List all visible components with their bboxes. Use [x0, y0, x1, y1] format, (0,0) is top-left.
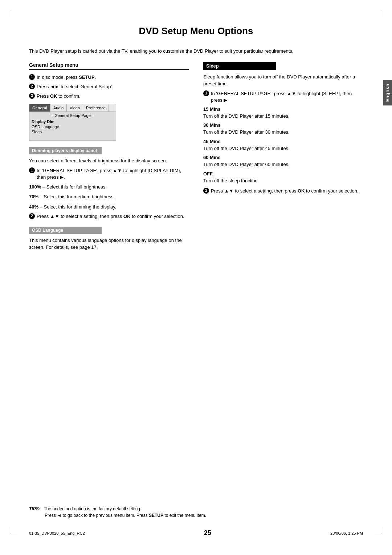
- intro-text: This DVD Player setup is carried out via…: [29, 48, 363, 55]
- sleep-step-2-text: Press ▲▼ to select a setting, then press…: [211, 188, 359, 194]
- corner-mark-tr: [375, 11, 381, 17]
- sleep-45-heading: 45 Mins: [203, 139, 363, 144]
- step-3: 3 Press OK to confirm.: [29, 93, 189, 100]
- tips-line2: Press ◄ to go back to the previous menu …: [29, 513, 206, 518]
- dimming-step-2: 2 Press ▲▼ to select a setting, then pre…: [29, 213, 189, 220]
- dimming-step-2-text: Press ▲▼ to select a setting, then press…: [37, 213, 184, 220]
- dimming-intro: You can select different levels of brigh…: [29, 157, 189, 165]
- sleep-45-desc: Turn off the DVD Player after 45 minutes…: [203, 145, 363, 152]
- sleep-30-heading: 30 Mins: [203, 122, 363, 128]
- sleep-15-heading: 15 Mins: [203, 106, 363, 112]
- dimming-step-1-text: In 'GENERAL SETUP PAGE', press ▲▼ to hig…: [37, 167, 189, 181]
- sleep-step-2-num: 2: [203, 188, 209, 194]
- tips-line1: The underlined option is the factory def…: [41, 506, 141, 511]
- dimming-70: 70% – Select this for medium brightness.: [29, 193, 189, 200]
- corner-mark-bl: [11, 527, 17, 533]
- sleep-step-1-num: 1: [203, 90, 209, 96]
- step-3-text: Press OK to confirm.: [37, 93, 81, 100]
- step-2-num: 2: [29, 84, 35, 89]
- step-2: 2 Press ◄► to select 'General Setup'.: [29, 84, 189, 90]
- menu-item-osd-language: OSD Language: [32, 124, 114, 129]
- step-1-text: In disc mode, press SETUP.: [37, 74, 96, 81]
- menu-tab-preference: Preference: [83, 104, 109, 112]
- sleep-60-heading: 60 Mins: [203, 155, 363, 160]
- menu-page-title: -- General Setup Page --: [32, 113, 114, 118]
- dimming-step-1: 1 In 'GENERAL SETUP PAGE', press ▲▼ to h…: [29, 167, 189, 181]
- corner-mark-br: [375, 527, 381, 533]
- general-setup-section: General Setup menu 1 In disc mode, press…: [29, 62, 189, 141]
- osd-text: This menu contains various language opti…: [29, 237, 189, 251]
- corner-mark-tl: [11, 11, 17, 17]
- footer-left: 01-35_DVP3020_55_Eng_RC2: [29, 531, 85, 535]
- sleep-step-2: 2 Press ▲▼ to select a setting, then pre…: [203, 188, 363, 194]
- right-column: Sleep Sleep function allows you to turn …: [203, 62, 363, 258]
- sleep-15-desc: Turn off the DVD Player after 15 minutes…: [203, 113, 363, 120]
- dimming-header: Dimming player's display panel: [29, 147, 102, 154]
- left-column: General Setup menu 1 In disc mode, press…: [29, 62, 189, 258]
- dimming-section: Dimming player's display panel You can s…: [29, 147, 189, 220]
- menu-item-sleep: Sleep: [32, 129, 114, 134]
- two-column-layout: General Setup menu 1 In disc mode, press…: [29, 62, 363, 258]
- step-1: 1 In disc mode, press SETUP.: [29, 74, 189, 81]
- dimming-step-1-num: 1: [29, 167, 35, 173]
- menu-item-display-dim: Display Dim: [32, 119, 114, 124]
- sleep-intro: Sleep function allows you to turn off th…: [203, 73, 363, 88]
- sleep-header: Sleep: [203, 62, 276, 70]
- osd-header: OSD Language: [29, 227, 102, 234]
- tips-label: TIPS:: [29, 506, 40, 511]
- menu-tabs: General Audio Video Preference: [29, 104, 116, 112]
- sleep-60-desc: Turn off the DVD Player after 60 minutes…: [203, 161, 363, 168]
- sleep-step-1-text: In 'GENERAL SETUP PAGE', press ▲▼ to hig…: [211, 90, 363, 104]
- page: English DVD Setup Menu Options This DVD …: [0, 0, 392, 555]
- tips-section: TIPS: The underlined option is the facto…: [29, 506, 363, 519]
- menu-tab-general: General: [29, 104, 50, 112]
- step-1-num: 1: [29, 74, 35, 80]
- english-tab: English: [383, 80, 392, 105]
- menu-mockup: General Audio Video Preference -- Genera…: [29, 104, 116, 141]
- page-number: 25: [85, 529, 331, 537]
- footer: 01-35_DVP3020_55_Eng_RC2 25 28/06/06, 1:…: [29, 529, 363, 537]
- dimming-step-2-num: 2: [29, 213, 35, 219]
- sleep-step-1: 1 In 'GENERAL SETUP PAGE', press ▲▼ to h…: [203, 90, 363, 104]
- sleep-off-heading: OFF: [203, 171, 363, 177]
- general-setup-title: General Setup menu: [29, 62, 189, 70]
- page-title: DVD Setup Menu Options: [29, 25, 363, 37]
- menu-tab-audio: Audio: [50, 104, 67, 112]
- menu-tab-video: Video: [67, 104, 83, 112]
- step-3-num: 3: [29, 93, 35, 99]
- sleep-30-desc: Turn off the DVD Player after 30 minutes…: [203, 129, 363, 136]
- dimming-100: 100% – Select this for full brightness.: [29, 183, 189, 191]
- footer-right: 28/06/06, 1:25 PM: [330, 531, 363, 535]
- sleep-off-desc: Turn off the sleep function.: [203, 177, 363, 185]
- sleep-section: Sleep Sleep function allows you to turn …: [203, 62, 363, 195]
- dimming-40: 40% – Select this for dimming the displa…: [29, 203, 189, 211]
- menu-body: -- General Setup Page -- Display Dim OSD…: [29, 112, 116, 140]
- osd-section: OSD Language This menu contains various …: [29, 227, 189, 251]
- step-2-text: Press ◄► to select 'General Setup'.: [37, 84, 113, 90]
